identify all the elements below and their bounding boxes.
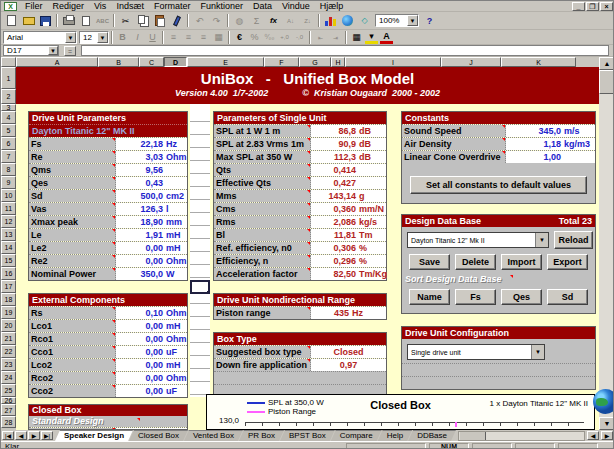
reload-button[interactable]: Reload <box>554 231 593 249</box>
sheet-tab[interactable]: Closed Box <box>129 430 188 441</box>
vertical-scroll-thumb[interactable] <box>599 70 614 94</box>
parameter-value-cell[interactable]: 345,0m/s <box>506 125 595 137</box>
merge-center-icon[interactable]: ▦ <box>212 31 225 44</box>
copy-icon[interactable] <box>135 14 150 28</box>
column-header[interactable]: D <box>164 57 187 67</box>
parameter-value-cell[interactable]: 0,414 <box>311 164 386 176</box>
print-preview-icon[interactable] <box>78 14 93 28</box>
column-header[interactable]: K <box>501 57 576 67</box>
column-header[interactable]: A <box>16 57 98 67</box>
underline-icon[interactable]: U <box>146 31 159 44</box>
sheet-tab[interactable]: Speaker Design <box>55 430 133 441</box>
column-header[interactable]: C <box>139 57 164 67</box>
minimize-icon[interactable]: _ <box>572 2 585 11</box>
row-header[interactable]: 27 <box>1 404 16 416</box>
spelling-icon[interactable]: ABC <box>95 14 110 28</box>
parameter-value-cell[interactable]: 112,3dB <box>311 151 386 163</box>
row-header[interactable]: 1 <box>1 67 16 89</box>
prev-sheet-icon[interactable]: ◀ <box>15 431 27 440</box>
menu-item[interactable]: Filer <box>20 1 48 12</box>
decrease-indent-icon[interactable]: ⇤ <box>314 31 327 44</box>
parameter-value-cell[interactable]: 143,14g <box>311 190 386 202</box>
drive-unit-name-cell[interactable]: Dayton Titanic 12" MK II <box>29 124 187 137</box>
comma-icon[interactable]: ⁰⁄₀₀ <box>263 31 276 44</box>
edit-formula-icon[interactable]: = <box>64 46 76 56</box>
row-header[interactable]: 25 <box>1 384 16 397</box>
database-button[interactable]: Save <box>409 254 450 270</box>
sheet-tab[interactable]: Compare <box>331 430 382 441</box>
close-icon[interactable]: × <box>600 2 613 11</box>
restore-icon[interactable]: ❐ <box>586 2 599 11</box>
row-header[interactable]: 24 <box>1 371 16 384</box>
sheet-tab[interactable]: DDBase <box>408 430 456 441</box>
help-icon[interactable]: ? <box>422 14 437 28</box>
row-header[interactable]: 4 <box>1 111 16 124</box>
set-defaults-button[interactable]: Set all constants to default values <box>410 176 587 194</box>
parameter-value-cell[interactable]: 0,43 <box>116 177 187 189</box>
excel-app-icon[interactable]: X <box>4 2 17 11</box>
align-left-icon[interactable]: ≡ <box>167 31 180 44</box>
row-header[interactable]: 18 <box>1 293 16 306</box>
spl-chart[interactable]: SPL at 350,0 W Piston Range Closed Box 1… <box>206 394 595 430</box>
sort-descending-icon[interactable]: Z↓ <box>300 14 315 28</box>
parameter-value-cell[interactable]: 0,10Ohm <box>116 307 187 319</box>
selected-cell-D17[interactable] <box>190 280 210 294</box>
parameter-value-cell[interactable]: 82,50Tm/Kg <box>311 268 386 280</box>
column-header[interactable]: H <box>331 57 345 67</box>
save-icon[interactable] <box>38 14 53 28</box>
formula-input[interactable] <box>81 45 609 56</box>
parameter-value-cell[interactable]: 350,0W <box>116 268 187 280</box>
increase-decimal-icon[interactable]: +,0 <box>278 31 291 44</box>
parameter-value-cell[interactable]: 0,296% <box>311 255 386 267</box>
sort-button[interactable]: Qes <box>501 289 542 305</box>
currency-icon[interactable]: € <box>233 31 246 44</box>
parameter-value-cell[interactable]: 500,0cm2 <box>116 190 187 202</box>
parameter-value-cell[interactable]: 86,8dB <box>311 125 386 137</box>
parameter-value-cell[interactable]: 0,00Ohm <box>116 333 187 345</box>
sheet-tab[interactable]: BPST Box <box>280 430 335 441</box>
column-header[interactable]: I <box>345 57 441 67</box>
sheet-tab[interactable]: Vented Box <box>184 430 243 441</box>
scroll-down-icon[interactable]: ▼ <box>599 417 614 430</box>
row-header[interactable]: 11 <box>1 202 16 215</box>
parameter-value-cell[interactable]: 0,00mH <box>116 242 187 254</box>
column-header[interactable]: G <box>299 57 331 67</box>
row-header[interactable]: 12 <box>1 215 16 228</box>
sort-button[interactable]: Fs <box>455 289 496 305</box>
parameter-value-cell[interactable]: 1,18kg/m3 <box>506 138 595 150</box>
open-icon[interactable] <box>21 14 36 28</box>
row-header[interactable]: 3 <box>1 104 16 111</box>
row-header[interactable]: 6 <box>1 137 16 150</box>
italic-icon[interactable]: I <box>131 31 144 44</box>
database-button[interactable]: Delete <box>455 254 496 270</box>
parameter-value-cell[interactable]: 11,81Tm <box>311 229 386 241</box>
parameter-value-cell[interactable]: 0,306% <box>311 242 386 254</box>
font-color-icon[interactable]: A <box>380 31 393 44</box>
parameter-value-cell[interactable]: 90,9dB <box>311 138 386 150</box>
select-all-corner[interactable] <box>1 57 16 67</box>
row-header[interactable]: 26 <box>1 397 16 404</box>
row-header[interactable]: 16 <box>1 267 16 280</box>
fill-color-icon[interactable]: ▾ <box>365 31 378 44</box>
parameter-value-cell[interactable]: 0,00Ohm <box>116 372 187 384</box>
cut-icon[interactable]: ✂ <box>118 14 133 28</box>
menu-item[interactable]: Data <box>248 1 277 12</box>
menu-item[interactable]: Vis <box>89 1 111 12</box>
parameter-value-cell[interactable]: 0,97 <box>311 359 386 371</box>
parameter-value-cell[interactable]: 0,00mH <box>116 320 187 332</box>
parameter-value-cell[interactable]: 1,00 <box>506 151 595 163</box>
bold-icon[interactable]: B <box>116 31 129 44</box>
menu-item[interactable]: Rediger <box>48 1 90 12</box>
menu-item[interactable]: Indsæt <box>111 1 149 12</box>
first-sheet-icon[interactable]: |◀ <box>2 431 14 440</box>
sheet-tab[interactable]: PR Box <box>239 430 284 441</box>
scroll-up-icon[interactable]: ▲ <box>599 57 614 70</box>
scroll-right-icon[interactable]: ▶ <box>601 431 613 440</box>
align-right-icon[interactable]: ≡ <box>197 31 210 44</box>
driver-select[interactable]: Dayton Titanic 12" Mk II▼ <box>407 232 549 248</box>
redo-icon[interactable]: ↷ <box>209 14 224 28</box>
parameter-value-cell[interactable]: 0,00uF <box>116 385 187 397</box>
name-box[interactable]: D17▼ <box>3 45 59 56</box>
database-button[interactable]: Export <box>547 254 588 270</box>
row-header[interactable]: 20 <box>1 319 16 332</box>
